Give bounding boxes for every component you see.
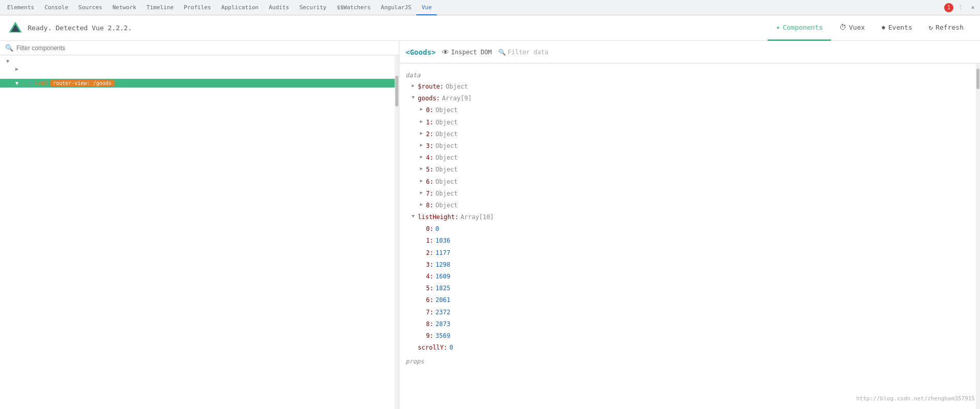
content-area: 🔍 ▼▶▼== $vm0router-view: /goods <Goods> … [0, 41, 980, 409]
eye-icon: 👁 [442, 48, 449, 56]
tab-timeline[interactable]: Timeline [141, 0, 179, 15]
expand-arrow[interactable]: ▶ [418, 130, 425, 137]
tab-angularjs[interactable]: AngularJS [376, 0, 417, 15]
expand-arrow[interactable]: ▶ [418, 118, 425, 125]
data-row: scrollY:0 [406, 342, 970, 354]
prop-value: 1609 [435, 272, 450, 282]
expand-arrow[interactable]: ▶ [418, 189, 425, 196]
expand-arrow[interactable]: ▼ [410, 212, 417, 220]
prop-key: 8: [426, 319, 433, 329]
expand-arrow[interactable]: ▶ [418, 201, 425, 208]
prop-value: 0 [450, 343, 453, 353]
devtools-tab-bar: Elements Console Sources Network Timelin… [0, 0, 980, 15]
prop-value: Object [435, 130, 457, 139]
expand-arrow [418, 319, 425, 327]
left-panel-inner: ▼▶▼== $vm0router-view: /goods [0, 55, 399, 409]
close-icon[interactable]: ✕ [968, 3, 978, 13]
data-row: ▶2:Object [406, 128, 970, 140]
prop-key: 4: [426, 153, 433, 163]
route-badge: router-view: /goods [50, 80, 114, 87]
data-row: 1:1036 [406, 235, 970, 247]
expand-arrow[interactable]: ▼ [410, 94, 417, 101]
expand-arrow[interactable]: ▶ [418, 165, 425, 172]
right-header: <Goods> 👁 Inspect DOM 🔍 Filter data [399, 41, 980, 63]
tab-audits[interactable]: Audits [264, 0, 294, 15]
expand-arrow[interactable]: ▶ [418, 141, 425, 148]
prop-key: 3: [426, 141, 433, 151]
data-row: 0:0 [406, 223, 970, 235]
filter-data-bar[interactable]: 🔍 Filter data [498, 49, 974, 56]
data-row: 5:1825 [406, 283, 970, 294]
inspect-dom-btn[interactable]: 👁 Inspect DOM [442, 48, 492, 56]
tab-elements[interactable]: Elements [2, 0, 39, 15]
right-scrollbar[interactable] [976, 63, 980, 409]
error-count-badge: 1 [944, 3, 953, 12]
vuex-label: Vuex [849, 24, 865, 31]
tree-expand-arrow[interactable]: ▼ [13, 80, 20, 86]
tree-item[interactable]: ▶ [0, 65, 399, 73]
data-row: ▼listHeight:Array[10] [406, 211, 970, 223]
prop-value: Array[9] [442, 94, 472, 103]
tab-security[interactable]: Security [294, 0, 332, 15]
inspect-dom-label: Inspect DOM [451, 49, 492, 56]
tab-network[interactable]: Network [108, 0, 141, 15]
prop-value: 2873 [435, 319, 450, 329]
refresh-icon: ↻ [929, 23, 933, 31]
selected-component-tag: <Goods> [406, 48, 436, 56]
right-scroll-thumb[interactable] [976, 69, 979, 89]
expand-arrow [418, 284, 425, 291]
tab-console[interactable]: Console [39, 0, 73, 15]
data-row: 3:1298 [406, 259, 970, 271]
tab-sources[interactable]: Sources [73, 0, 107, 15]
prop-value: Object [446, 82, 468, 92]
expand-arrow [418, 331, 425, 338]
prop-key: 0: [426, 105, 433, 115]
tree-expand-arrow[interactable]: ▼ [4, 58, 11, 64]
tab-watchers[interactable]: $$Watchers [332, 0, 376, 15]
expand-arrow [418, 260, 425, 267]
vue-status-text: Ready. Detected Vue 2.2.2. [28, 24, 768, 32]
left-scrollbar[interactable] [395, 55, 399, 409]
prop-value: Object [435, 105, 457, 115]
devtools-icon-group: 1 ⋮ ✕ [944, 3, 978, 13]
components-tab-btn[interactable]: ✦ Components [768, 15, 831, 41]
component-tree: ▼▶▼== $vm0router-view: /goods [0, 55, 399, 409]
more-options-icon[interactable]: ⋮ [955, 3, 966, 13]
tab-vue[interactable]: Vue [416, 0, 437, 15]
expand-arrow [410, 343, 417, 350]
prop-key: 5: [426, 165, 433, 175]
data-row: ▶$route:Object [406, 81, 970, 93]
tab-application[interactable]: Application [216, 0, 264, 15]
left-scroll-thumb[interactable] [395, 76, 398, 106]
tree-expand-arrow[interactable]: ▶ [13, 66, 20, 72]
data-row: ▼goods:Array[9] [406, 93, 970, 104]
prop-value: Object [435, 118, 457, 127]
props-section-label: props [406, 358, 970, 365]
prop-key: 2: [426, 248, 433, 258]
data-row: ▶8:Object [406, 200, 970, 211]
expand-arrow[interactable]: ▶ [418, 177, 425, 184]
vuex-tab-btn[interactable]: ⏱ Vuex [831, 15, 873, 41]
prop-key: 7: [426, 308, 433, 317]
tree-item[interactable]: ▼== $vm0router-view: /goods [0, 79, 399, 88]
tab-profiles[interactable]: Profiles [179, 0, 216, 15]
right-panel: <Goods> 👁 Inspect DOM 🔍 Filter data data… [399, 41, 980, 409]
events-icon: ✸ [881, 23, 885, 31]
prop-value: 2372 [435, 308, 450, 317]
prop-value: Object [435, 141, 457, 151]
data-row: ▶0:Object [406, 104, 970, 116]
prop-value: 2061 [435, 295, 450, 305]
data-section-label: data [406, 72, 970, 79]
tree-item[interactable] [0, 124, 399, 126]
refresh-btn[interactable]: ↻ Refresh [921, 15, 972, 41]
expand-arrow[interactable]: ▶ [418, 105, 425, 113]
expand-arrow[interactable]: ▶ [418, 153, 425, 160]
data-row: ▶7:Object [406, 188, 970, 200]
expand-arrow [418, 224, 425, 231]
expand-arrow[interactable]: ▶ [410, 82, 417, 89]
filter-components-input[interactable] [16, 45, 394, 52]
prop-value: Object [435, 177, 457, 187]
events-tab-btn[interactable]: ✸ Events [873, 15, 920, 41]
tree-item[interactable]: ▼ [0, 57, 399, 65]
refresh-label: Refresh [935, 24, 964, 31]
